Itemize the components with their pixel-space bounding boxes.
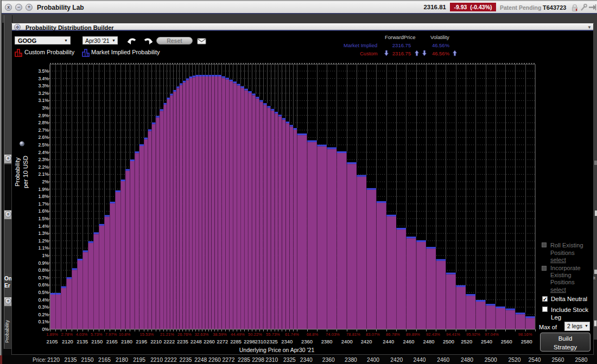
svg-text:2260: 2260 (208, 357, 221, 363)
svg-text:2222: 2222 (163, 339, 175, 344)
svg-text:0.2%: 0.2% (38, 312, 49, 317)
svg-text:3%: 3% (42, 105, 49, 111)
svg-text:2480: 2480 (423, 339, 435, 344)
svg-text:2.9%: 2.9% (38, 113, 49, 118)
svg-text:2540: 2540 (481, 339, 492, 344)
svg-text:2235: 2235 (180, 357, 192, 363)
svg-text:2.1%: 2.1% (38, 171, 49, 177)
svg-text:2310: 2310 (265, 357, 278, 363)
svg-text:2560: 2560 (552, 357, 564, 363)
svg-text:2180: 2180 (121, 339, 132, 344)
svg-text:2235: 2235 (177, 339, 188, 344)
svg-text:2500: 2500 (485, 357, 497, 363)
svg-text:Price:: Price: (33, 357, 47, 363)
svg-text:2520: 2520 (461, 339, 472, 344)
svg-text:2%: 2% (42, 179, 49, 184)
svg-text:2520: 2520 (509, 357, 521, 363)
svg-text:44.49%: 44.49% (231, 332, 245, 337)
svg-text:2580: 2580 (575, 357, 588, 363)
svg-text:0%: 0% (42, 327, 49, 332)
svg-text:2195: 2195 (133, 357, 145, 363)
svg-text:2360: 2360 (301, 339, 313, 344)
svg-text:68.8%: 68.8% (307, 332, 319, 337)
svg-text:2340: 2340 (300, 357, 313, 363)
svg-text:2440: 2440 (414, 357, 426, 363)
svg-text:1.4%: 1.4% (38, 223, 49, 229)
svg-text:0.5%: 0.5% (38, 290, 49, 295)
svg-text:3.4%: 3.4% (38, 76, 49, 81)
svg-text:0.4%: 0.4% (38, 297, 49, 303)
svg-text:2120: 2120 (47, 357, 60, 363)
svg-text:1.9%: 1.9% (38, 187, 49, 192)
svg-text:2540: 2540 (529, 357, 541, 363)
svg-text:74.03%: 74.03% (326, 332, 340, 337)
svg-text:2272: 2272 (223, 357, 235, 363)
svg-text:2500: 2500 (443, 339, 454, 344)
svg-text:92.43%: 92.43% (426, 332, 440, 337)
svg-text:55.73%: 55.73% (266, 332, 280, 337)
svg-text:2165: 2165 (106, 339, 118, 344)
svg-text:7.97%: 7.97% (105, 332, 117, 337)
svg-text:Underlying Price on Apr30 '21: Underlying Price on Apr30 '21 (239, 347, 315, 353)
svg-text:97.04%: 97.04% (485, 332, 499, 337)
svg-text:2222: 2222 (164, 357, 177, 363)
svg-text:2460: 2460 (437, 357, 449, 363)
svg-text:3.1%: 3.1% (38, 98, 49, 103)
svg-text:0.9%: 0.9% (38, 260, 49, 266)
svg-text:1.8%: 1.8% (38, 194, 49, 199)
svg-text:2272: 2272 (217, 339, 228, 344)
svg-text:1.7%: 1.7% (38, 201, 49, 207)
svg-text:2460: 2460 (403, 339, 415, 344)
svg-text:2248: 2248 (190, 339, 202, 344)
svg-text:0.3%: 0.3% (38, 304, 49, 310)
svg-text:2210: 2210 (150, 339, 162, 344)
svg-text:0.7%: 0.7% (38, 275, 49, 280)
svg-text:2180: 2180 (116, 357, 128, 363)
svg-text:1.89%: 1.89% (46, 332, 58, 337)
svg-text:2480: 2480 (461, 357, 473, 363)
svg-text:98.16%: 98.16% (518, 332, 532, 337)
svg-text:2380: 2380 (321, 339, 333, 344)
svg-text:32.63%: 32.63% (195, 332, 209, 337)
svg-text:Probability: Probability (14, 157, 21, 187)
svg-text:0.1%: 0.1% (38, 319, 49, 324)
svg-text:83.07%: 83.07% (366, 332, 380, 337)
svg-text:2298: 2298 (244, 339, 255, 344)
svg-text:95.92%: 95.92% (466, 332, 480, 337)
svg-text:1.1%: 1.1% (38, 245, 49, 251)
svg-text:38.59%: 38.59% (213, 332, 227, 337)
svg-text:2285: 2285 (230, 339, 242, 344)
svg-text:0.6%: 0.6% (38, 282, 49, 288)
svg-text:26.76%: 26.76% (177, 332, 192, 337)
svg-text:50.22%: 50.22% (248, 332, 262, 337)
svg-text:2325: 2325 (283, 357, 296, 363)
svg-text:2.6%: 2.6% (38, 135, 49, 140)
svg-text:2.8%: 2.8% (38, 120, 49, 125)
svg-text:1.5%: 1.5% (38, 216, 49, 221)
svg-text:2440: 2440 (383, 339, 394, 344)
svg-text:1.6%: 1.6% (38, 208, 49, 214)
svg-text:2120: 2120 (62, 339, 73, 344)
svg-text:2420: 2420 (361, 339, 372, 344)
svg-text:2.3%: 2.3% (38, 157, 49, 162)
svg-text:2340: 2340 (281, 339, 293, 344)
svg-text:2165: 2165 (98, 357, 111, 363)
svg-text:1.3%: 1.3% (38, 231, 49, 236)
svg-text:21.21%: 21.21% (160, 332, 174, 337)
svg-text:2360: 2360 (322, 357, 335, 363)
svg-text:2135: 2135 (65, 357, 77, 363)
svg-text:94.41%: 94.41% (446, 332, 460, 337)
svg-text:5.73%: 5.73% (91, 332, 103, 337)
svg-text:4.03%: 4.03% (76, 332, 88, 337)
svg-text:2420: 2420 (390, 357, 403, 363)
svg-text:2.5%: 2.5% (38, 142, 49, 148)
svg-text:2135: 2135 (77, 339, 88, 344)
svg-text:2325: 2325 (266, 339, 278, 344)
svg-text:2.78%: 2.78% (61, 332, 73, 337)
svg-text:2150: 2150 (91, 339, 103, 344)
svg-text:78.81%: 78.81% (346, 332, 360, 337)
svg-text:2105: 2105 (47, 339, 58, 344)
svg-text:2580: 2580 (521, 339, 532, 344)
svg-text:3.2%: 3.2% (38, 91, 49, 96)
svg-text:2310: 2310 (255, 339, 266, 344)
